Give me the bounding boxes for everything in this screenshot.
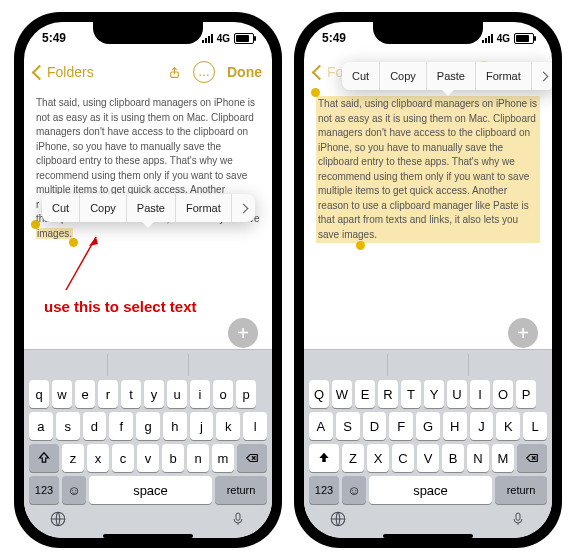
key-f[interactable]: f: [109, 412, 133, 440]
key-d[interactable]: D: [363, 412, 387, 440]
globe-icon[interactable]: [327, 508, 349, 530]
space-key[interactable]: space: [89, 476, 212, 504]
key-n[interactable]: n: [187, 444, 209, 472]
key-w[interactable]: w: [52, 380, 72, 408]
menu-format[interactable]: Format: [476, 62, 532, 90]
menu-cut[interactable]: Cut: [342, 62, 380, 90]
menu-copy[interactable]: Copy: [80, 194, 127, 222]
backspace-key[interactable]: [237, 444, 267, 472]
key-a[interactable]: a: [29, 412, 53, 440]
menu-paste[interactable]: Paste: [127, 194, 176, 222]
key-k[interactable]: k: [216, 412, 240, 440]
key-a[interactable]: A: [309, 412, 333, 440]
status-net: 4G: [217, 33, 230, 44]
key-y[interactable]: y: [144, 380, 164, 408]
key-t[interactable]: T: [401, 380, 421, 408]
key-s[interactable]: s: [56, 412, 80, 440]
key-row-3: z x c v b n m: [27, 444, 269, 472]
key-t[interactable]: t: [121, 380, 141, 408]
menu-cut[interactable]: Cut: [42, 194, 80, 222]
menu-copy[interactable]: Copy: [380, 62, 427, 90]
key-m[interactable]: M: [492, 444, 514, 472]
key-h[interactable]: H: [443, 412, 467, 440]
back-button[interactable]: Folders: [34, 64, 94, 80]
key-v[interactable]: v: [137, 444, 159, 472]
key-o[interactable]: O: [493, 380, 513, 408]
key-r[interactable]: R: [378, 380, 398, 408]
return-key[interactable]: return: [495, 476, 547, 504]
menu-more[interactable]: [232, 194, 255, 222]
key-h[interactable]: h: [163, 412, 187, 440]
key-k[interactable]: K: [496, 412, 520, 440]
selection-handle-start[interactable]: [311, 88, 320, 97]
key-s[interactable]: S: [336, 412, 360, 440]
more-button[interactable]: …: [193, 61, 215, 83]
mic-icon[interactable]: [507, 508, 529, 530]
share-button[interactable]: [168, 66, 181, 79]
key-z[interactable]: z: [62, 444, 84, 472]
key-d[interactable]: d: [83, 412, 107, 440]
key-g[interactable]: G: [416, 412, 440, 440]
key-p[interactable]: p: [236, 380, 256, 408]
space-key[interactable]: space: [369, 476, 492, 504]
key-p[interactable]: P: [516, 380, 536, 408]
mic-icon[interactable]: [227, 508, 249, 530]
key-b[interactable]: b: [162, 444, 184, 472]
shift-key-active[interactable]: [309, 444, 339, 472]
key-j[interactable]: J: [470, 412, 494, 440]
return-key[interactable]: return: [215, 476, 267, 504]
emoji-key[interactable]: ☺: [62, 476, 86, 504]
key-g[interactable]: g: [136, 412, 160, 440]
globe-icon[interactable]: [47, 508, 69, 530]
add-button[interactable]: +: [228, 318, 258, 348]
key-f[interactable]: F: [389, 412, 413, 440]
screen-right: 5:49 4G Folders … Done Cut: [304, 22, 552, 538]
menu-paste[interactable]: Paste: [427, 62, 476, 90]
key-r[interactable]: r: [98, 380, 118, 408]
key-e[interactable]: E: [355, 380, 375, 408]
home-indicator[interactable]: [103, 534, 193, 538]
keyboard-bottom-bar: [307, 504, 549, 530]
numbers-key[interactable]: 123: [29, 476, 59, 504]
key-j[interactable]: j: [190, 412, 214, 440]
key-u[interactable]: U: [447, 380, 467, 408]
key-c[interactable]: C: [392, 444, 414, 472]
backspace-key[interactable]: [517, 444, 547, 472]
key-i[interactable]: i: [190, 380, 210, 408]
iphone-frame-left: 5:49 4G Folders … Done: [14, 12, 282, 548]
key-n[interactable]: N: [467, 444, 489, 472]
home-indicator[interactable]: [383, 534, 473, 538]
key-q[interactable]: q: [29, 380, 49, 408]
text-selection[interactable]: That said, using clipboard managers on i…: [316, 96, 540, 243]
key-l[interactable]: l: [243, 412, 267, 440]
numbers-key[interactable]: 123: [309, 476, 339, 504]
note-body[interactable]: That said, using clipboard managers on i…: [316, 96, 540, 243]
key-e[interactable]: e: [75, 380, 95, 408]
suggestion-bar[interactable]: [27, 354, 269, 376]
key-q[interactable]: Q: [309, 380, 329, 408]
key-c[interactable]: c: [112, 444, 134, 472]
shift-key[interactable]: [29, 444, 59, 472]
signal-icon: [482, 34, 493, 43]
menu-format[interactable]: Format: [176, 194, 232, 222]
key-z[interactable]: Z: [342, 444, 364, 472]
key-v[interactable]: V: [417, 444, 439, 472]
key-u[interactable]: u: [167, 380, 187, 408]
suggestion-bar[interactable]: [307, 354, 549, 376]
key-x[interactable]: X: [367, 444, 389, 472]
key-o[interactable]: o: [213, 380, 233, 408]
key-y[interactable]: Y: [424, 380, 444, 408]
selection-handle-start[interactable]: [31, 220, 40, 229]
add-button[interactable]: +: [508, 318, 538, 348]
selection-handle-end[interactable]: [356, 241, 365, 250]
note-fragment: r: [36, 199, 39, 210]
key-b[interactable]: B: [442, 444, 464, 472]
key-l[interactable]: L: [523, 412, 547, 440]
done-button[interactable]: Done: [227, 64, 262, 80]
key-x[interactable]: x: [87, 444, 109, 472]
key-i[interactable]: I: [470, 380, 490, 408]
key-m[interactable]: m: [212, 444, 234, 472]
emoji-key[interactable]: ☺: [342, 476, 366, 504]
key-w[interactable]: W: [332, 380, 352, 408]
menu-more[interactable]: [532, 62, 552, 90]
